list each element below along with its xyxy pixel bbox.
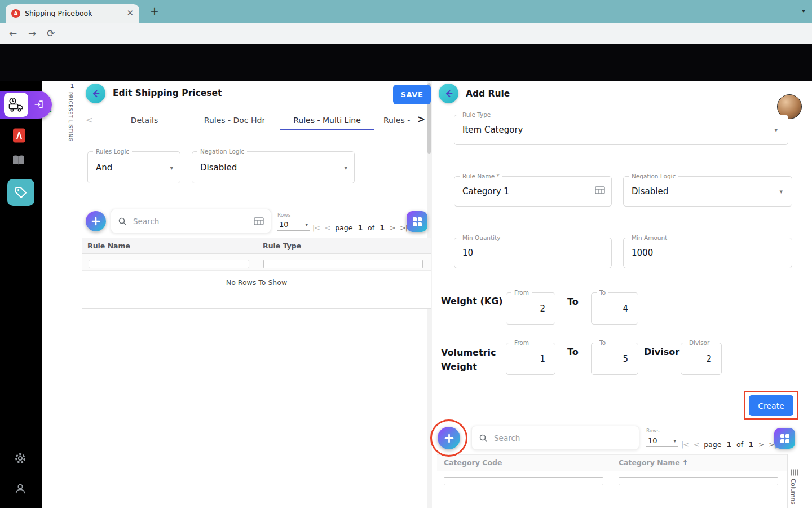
chevron-down-icon: ▾ — [774, 126, 778, 134]
page-word: page — [704, 440, 721, 449]
advanced-filter-table-icon[interactable] — [254, 217, 264, 226]
plus-icon — [91, 217, 100, 226]
tab-rules-multi-line[interactable]: Rules - Multi Line — [280, 110, 374, 130]
rows-per-page-select[interactable]: 10 ▾ — [277, 219, 310, 231]
rules-pagination: |< < page 1 of 1 > >| — [312, 221, 407, 234]
of-word: of — [736, 440, 743, 449]
rail-item-shipping-pricebook[interactable] — [0, 91, 52, 119]
tab-details[interactable]: Details — [116, 110, 173, 130]
reload-icon[interactable]: ⟳ — [47, 28, 55, 39]
column-header-category-code[interactable]: Category Code — [444, 458, 502, 467]
rail-item-settings[interactable] — [14, 452, 27, 465]
page-current: 1 — [358, 224, 363, 232]
divisor-value: 2 — [687, 343, 712, 374]
vertical-tab-badge: 1 — [68, 82, 76, 89]
volumetric-to-word: To — [567, 347, 579, 357]
category-name-filter-input[interactable] — [619, 477, 778, 485]
save-button[interactable]: SAVE — [393, 85, 431, 104]
truck-clock-icon — [8, 97, 25, 113]
first-page-icon[interactable]: |< — [681, 440, 689, 449]
rules-search-box[interactable] — [111, 209, 271, 233]
weight-to-field[interactable]: To 4 — [591, 292, 638, 325]
category-rows-per-page-select[interactable]: 10 ▾ — [646, 435, 678, 447]
grid-view-button[interactable] — [407, 211, 427, 232]
rules-logic-select[interactable]: Rules Logic And ▾ — [87, 151, 180, 183]
min-amount-field[interactable]: Min Amount 1000 — [623, 238, 792, 268]
divisor-word: Divisor — [644, 347, 679, 357]
browser-tabstrip: A Shipping Pricebook ✕ + ▾ — [0, 0, 812, 23]
columns-icon — [791, 468, 798, 476]
tag-icon — [14, 186, 28, 199]
gear-icon — [14, 452, 27, 465]
weight-to-value: 4 — [597, 293, 628, 324]
column-header-rule-name[interactable]: Rule Name — [87, 242, 130, 250]
next-page-icon[interactable]: > — [390, 224, 395, 232]
edit-priceset-back-button[interactable] — [86, 84, 105, 103]
column-header-category-name[interactable]: Category Name ↑ — [619, 458, 688, 467]
chevron-down-icon: ▾ — [305, 222, 308, 227]
rail-item-pricebook[interactable] — [7, 179, 34, 206]
weight-to-word: To — [567, 296, 579, 307]
new-tab-button[interactable]: + — [148, 5, 161, 18]
min-quantity-field[interactable]: Min Quantity 10 — [454, 238, 612, 268]
rail-item-account[interactable] — [14, 483, 27, 495]
prev-page-icon[interactable]: < — [694, 440, 699, 449]
category-grid-view-button[interactable] — [774, 428, 795, 449]
rules-search-input[interactable] — [132, 216, 249, 226]
prev-page-icon[interactable]: < — [325, 224, 330, 232]
rule-name-filter-input[interactable] — [89, 260, 249, 268]
tab-close-icon[interactable]: ✕ — [126, 9, 134, 17]
volumetric-from-field[interactable]: From 1 — [506, 343, 555, 375]
rail-item-docs[interactable] — [11, 154, 26, 167]
back-arrow-icon — [444, 89, 454, 99]
pdf-icon — [12, 128, 26, 143]
add-rule-line-button[interactable] — [86, 211, 106, 231]
grid-icon — [780, 433, 790, 444]
chevron-down-icon: ▾ — [344, 164, 347, 171]
of-word: of — [368, 224, 374, 232]
next-page-icon[interactable]: > — [758, 440, 764, 449]
volumetric-from-value: 1 — [512, 343, 545, 374]
empty-message: No Rows To Show — [226, 278, 287, 287]
search-icon — [479, 433, 488, 443]
tabs-scroll-right-icon[interactable]: > — [417, 113, 425, 125]
rule-name-field[interactable]: Rule Name * Category 1 — [454, 176, 612, 207]
divisor-field[interactable]: Divisor 2 — [681, 343, 722, 375]
screen: A Shipping Pricebook ✕ + ▾ ← → ⟳ akaun.c… — [0, 0, 812, 508]
rows-label: Rows — [646, 428, 659, 433]
page-word: page — [335, 224, 352, 232]
tab-search-chevron-icon[interactable]: ▾ — [802, 7, 805, 15]
rule-type-select[interactable]: Rule Type Item Category ▾ — [454, 115, 788, 145]
volumetric-to-value: 5 — [597, 343, 628, 374]
rule-negation-logic-select[interactable]: Negation Logic Disabled ▾ — [623, 176, 792, 207]
tab-rules-truncated[interactable]: Rules - — [383, 110, 415, 130]
first-page-icon[interactable]: |< — [312, 224, 320, 232]
rule-type-value: Item Category — [462, 115, 771, 144]
volumetric-weight-label: Volumetric Weight — [441, 345, 496, 374]
rule-type-filter-input[interactable] — [263, 260, 423, 268]
column-header-rule-type[interactable]: Rule Type — [263, 242, 301, 250]
forward-icon[interactable]: → — [28, 28, 36, 39]
chevron-down-icon: ▾ — [673, 438, 676, 444]
category-code-filter-input[interactable] — [444, 477, 603, 485]
category-search-box[interactable] — [471, 426, 639, 450]
add-category-annotation-circle — [430, 419, 467, 457]
volumetric-to-field[interactable]: To 5 — [591, 343, 638, 375]
browser-tab[interactable]: A Shipping Pricebook ✕ — [6, 4, 139, 23]
tabs-scroll-left-icon[interactable]: < — [86, 115, 93, 125]
category-search-input[interactable] — [493, 433, 632, 443]
tab-rules-doc-hdr[interactable]: Rules - Doc Hdr — [192, 110, 277, 130]
add-rule-title: Add Rule — [466, 89, 510, 99]
negation-logic-select[interactable]: Negation Logic Disabled ▾ — [192, 151, 355, 183]
book-icon — [11, 154, 26, 167]
back-icon[interactable]: ← — [9, 28, 17, 39]
add-rule-back-button[interactable] — [439, 84, 458, 103]
rules-logic-value: And — [96, 152, 163, 183]
browser-toolbar: ← → ⟳ akaun.cloud/#/applets/tnt/wavelet/… — [0, 23, 812, 44]
weight-from-field[interactable]: From 2 — [506, 292, 555, 325]
lookup-table-icon[interactable] — [595, 186, 605, 197]
columns-panel-label[interactable]: Columns — [790, 479, 797, 505]
edit-priceset-tabs: < Details Rules - Doc Hdr Rules - Multi … — [82, 110, 431, 130]
rail-item-pdf[interactable] — [12, 128, 26, 143]
column-divider — [612, 454, 612, 488]
